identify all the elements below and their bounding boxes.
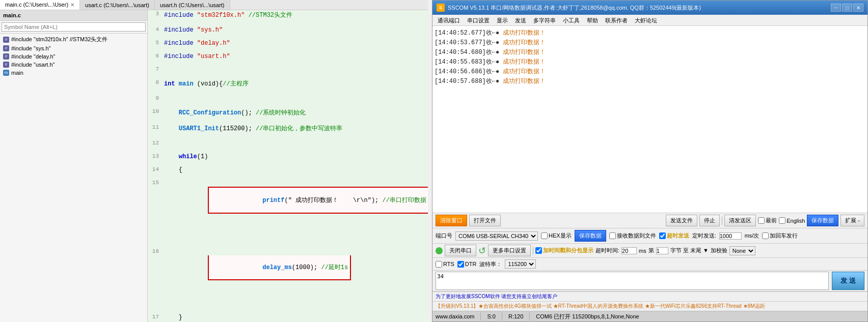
minimize-button[interactable]: −	[831, 4, 841, 12]
sidebar-item-label-3: #include "delay.h"	[11, 53, 56, 60]
include-icon-2: #	[3, 45, 9, 51]
more-ports-button[interactable]: 更多串口设置	[488, 245, 531, 256]
save-data-button[interactable]: 保存数据	[807, 215, 838, 226]
menu-help[interactable]: 帮助	[584, 16, 601, 24]
hex-display-text: HEX显示	[549, 232, 572, 240]
timed-unit: ms/次	[745, 232, 760, 240]
recv-to-file-label: 接收数据到文件	[609, 232, 656, 240]
expand-button[interactable]: 扩展 -	[840, 215, 864, 226]
dtr-checkbox[interactable]	[457, 261, 464, 268]
line-num-12: 12	[148, 139, 162, 153]
checksum-select[interactable]: None	[729, 246, 755, 255]
config-row-2: 关闭串口 ↺ 更多串口设置 加时间戳和分包显示 超时时间: ms 第 字节 至 …	[432, 244, 867, 258]
save-data-btn2[interactable]: 保存数据	[575, 230, 606, 242]
menu-serial-settings[interactable]: 串口设置	[464, 16, 493, 24]
sidebar-search-input[interactable]	[2, 22, 146, 32]
sidebar-item-include1[interactable]: # #include "stm32f10x.h" //STM32头文件	[0, 35, 147, 44]
status-s: S:0	[487, 313, 496, 319]
add-time-label: 加时间戳和分包显示	[535, 247, 593, 254]
menu-contact[interactable]: 联系作者	[602, 16, 631, 24]
byte-input[interactable]	[656, 247, 668, 254]
refresh-icon[interactable]: ↺	[478, 245, 486, 256]
recv-line-6: [14:40:57.688]收←● 成功打印数据！	[435, 76, 865, 86]
add-time-checkbox[interactable]	[535, 247, 542, 254]
sscom-titlebar: S SSCOM V5.13.1 串口/网络数据调试器,作者:大虾丁丁,26180…	[432, 1, 867, 15]
tab-usart-h[interactable]: usart.h (C:\Users\...\usart)	[155, 0, 230, 10]
port-status-icon	[436, 247, 443, 254]
clear-send-button[interactable]: 清发送区	[724, 215, 756, 226]
loop-send-label: 加回车发行	[762, 232, 798, 240]
promo-bar-2: 【升级到V5.13.1】★合宙高性价比4G模块值得一试 ★RT-Thread中国…	[432, 301, 867, 311]
code-line-5: 5 #include "delay.h"	[148, 39, 428, 52]
menu-tools[interactable]: 小工具	[560, 16, 583, 24]
code-line-7: 7	[148, 66, 428, 79]
status-site: www.daxia.com	[436, 313, 474, 319]
latest-checkbox-label: 最前	[758, 217, 777, 224]
english-label: English	[786, 218, 805, 224]
send-file-button[interactable]: 发送文件	[666, 215, 697, 226]
line-num-10: 10	[148, 108, 162, 124]
stop-button[interactable]: 停止	[699, 215, 720, 226]
recv-time-2: [14:40:53.677]	[435, 39, 486, 46]
checksum-label: 加校验	[711, 247, 727, 254]
status-r: R:120	[508, 313, 523, 319]
receive-area[interactable]: [14:40:52.677]收←● 成功打印数据！ [14:40:53.677]…	[432, 26, 867, 213]
port-select[interactable]: COM6 USB-SERIAL CH340	[455, 231, 538, 241]
sscom-window: S SSCOM V5.13.1 串口/网络数据调试器,作者:大虾丁丁,26180…	[432, 0, 868, 322]
recv-time-5: [14:40:56.686]	[435, 68, 486, 75]
maximize-button[interactable]: □	[842, 4, 852, 12]
timeout-label: 超时时间:	[595, 247, 619, 254]
baud-select[interactable]: 115200	[505, 259, 536, 269]
latest-checkbox[interactable]	[758, 217, 765, 224]
clear-window-button[interactable]: 清除窗口	[436, 215, 467, 226]
english-checkbox-label: English	[779, 217, 805, 224]
recv-to-file-checkbox[interactable]	[609, 232, 616, 239]
line-code-8: int main (void){//主程序	[162, 79, 428, 95]
status-divider-1	[480, 312, 481, 320]
ide-container: main.c (C:\Users\...\User) ✕ usart.c (C:…	[0, 0, 428, 322]
english-checkbox[interactable]	[779, 217, 785, 224]
rts-checkbox[interactable]	[436, 261, 442, 268]
code-line-10: 10 RCC_Configuration(); //系统时钟初始化	[148, 108, 428, 124]
send-area: 34 发 送	[432, 271, 867, 291]
recv-arrow-2: 收←●	[486, 39, 499, 46]
loop-send-checkbox[interactable]	[762, 232, 769, 239]
code-line-6: 6 #include "usart.h"	[148, 52, 428, 66]
recv-time-6: [14:40:57.688]	[435, 78, 486, 85]
recv-arrow-6: 收←●	[486, 78, 499, 85]
send-textarea[interactable]: 34	[436, 272, 829, 290]
tab-main-c[interactable]: main.c (C:\Users\...\User) ✕	[0, 0, 80, 10]
menu-display[interactable]: 显示	[494, 16, 511, 24]
tab-main-c-close[interactable]: ✕	[70, 2, 74, 8]
hex-display-checkbox[interactable]	[541, 232, 548, 239]
line-num-4: 4	[148, 26, 162, 39]
close-button[interactable]: ✕	[853, 4, 863, 12]
sidebar-item-main[interactable]: m main	[0, 69, 147, 77]
sscom-win-controls: − □ ✕	[831, 4, 863, 12]
timeout-input[interactable]	[621, 247, 637, 254]
sidebar-item-include4[interactable]: # #include "usart.h"	[0, 61, 147, 69]
config-row-1: 端口号 COM6 USB-SERIAL CH340 HEX显示 保存数据 接收数…	[432, 228, 867, 244]
open-file-button[interactable]: 打开文件	[469, 215, 501, 226]
code-line-16: 16 delay_ms(1000); //延时1s	[148, 248, 428, 313]
menu-send[interactable]: 发送	[512, 16, 529, 24]
sidebar-item-include3[interactable]: # #include "delay.h"	[0, 52, 147, 61]
recv-arrow-3: 收←●	[486, 49, 499, 56]
auto-send-label: 超时发送	[659, 232, 689, 240]
recv-text-4: 成功打印数据！	[499, 58, 546, 66]
menu-comport[interactable]: 通讯端口	[435, 16, 463, 24]
close-port-button[interactable]: 关闭串口	[445, 245, 476, 256]
timed-send-label: 定时发送:	[692, 232, 716, 240]
timed-send-input[interactable]	[719, 232, 742, 240]
sidebar-item-include2[interactable]: # #include "sys.h"	[0, 44, 147, 52]
menu-forum[interactable]: 大虾论坛	[632, 16, 660, 24]
code-editor[interactable]: 3 #include "stm32f10x.h" //STM32头文件 4 #i…	[148, 10, 428, 322]
recv-text-5: 成功打印数据！	[499, 68, 546, 75]
send-button[interactable]: 发 送	[832, 272, 864, 290]
auto-send-checkbox[interactable]	[659, 232, 666, 239]
menu-multi-string[interactable]: 多字符串	[530, 16, 559, 24]
sscom-app-icon: S	[437, 4, 445, 12]
loop-send-text: 加回车发行	[770, 232, 798, 240]
btn-row-1: 清除窗口 打开文件 发送文件 停止 清发送区 最前 English 保存数据 扩…	[432, 213, 867, 228]
tab-usart-c[interactable]: usart.c (C:\Users\...\usart)	[80, 0, 155, 10]
